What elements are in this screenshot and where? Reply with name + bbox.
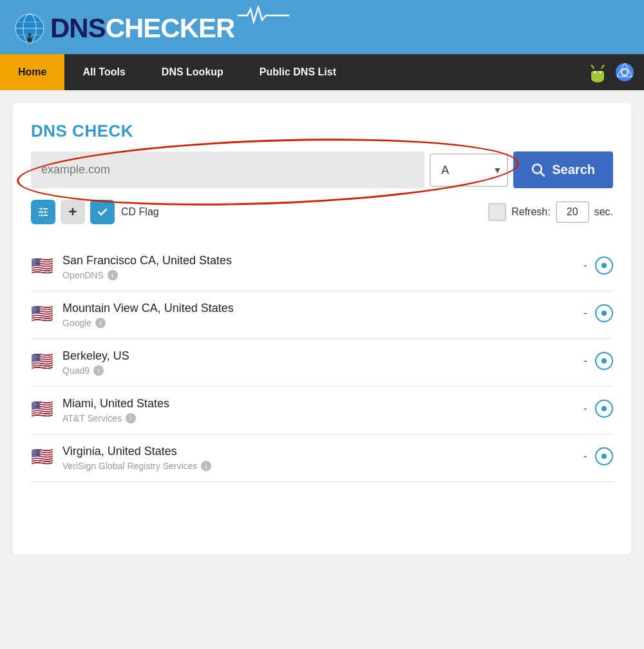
android-icon[interactable] [587,62,608,82]
dns-status-dot [601,406,607,411]
dns-location: Miami, United States [62,397,583,411]
svg-line-19 [540,172,544,176]
search-button[interactable]: Search [513,151,613,188]
refresh-label: Refresh: [511,206,550,218]
dns-results-list: 🇺🇸 San Francisco CA, United States OpenD… [31,244,613,482]
svg-point-13 [591,65,593,67]
svg-point-10 [600,72,601,73]
heartbeat-icon [238,6,289,25]
toolbar-row: + CD Flag Refresh: 20 sec. [31,200,613,231]
header: DNS CHECKER [0,0,644,54]
nav-icons [578,54,644,90]
refresh-checkbox[interactable] [488,203,506,221]
dns-provider: VeriSign Global Registry Services [62,461,197,471]
dns-dash: - [583,450,587,463]
nav-item-dns-lookup[interactable]: DNS Lookup [144,54,242,90]
section-title: DNS CHECK [31,121,613,141]
dns-location: Mountain View CA, United States [62,302,583,315]
dns-location: Virginia, United States [62,445,583,458]
dns-provider: AT&T Services [62,413,122,423]
dns-status-icon[interactable] [595,257,613,275]
logo-text: DNS CHECKER [50,15,234,42]
dns-dash: - [583,354,587,368]
search-icon [531,163,545,177]
dns-row: 🇺🇸 Miami, United States AT&T Services i … [31,387,613,434]
dns-status-dot [601,311,607,316]
info-icon[interactable]: i [201,461,211,471]
record-type-wrapper: A AAAA MX NS TXT CNAME SOA PTR ▼ [430,151,508,188]
check-icon [97,206,108,218]
dns-status-icon[interactable] [595,304,613,322]
dns-dash: - [583,307,587,320]
record-type-select[interactable]: A AAAA MX NS TXT CNAME SOA PTR [430,153,508,187]
dns-location: Berkeley, US [62,349,583,363]
refresh-sec-label: sec. [594,206,613,218]
dns-info-virginia: Virginia, United States VeriSign Global … [62,445,583,471]
dns-row: 🇺🇸 Virginia, United States VeriSign Glob… [31,434,613,482]
flag-mountain-view: 🇺🇸 [31,303,53,324]
nav-item-public-dns-list[interactable]: Public DNS List [242,54,354,90]
svg-point-24 [44,211,47,214]
chrome-icon[interactable] [614,62,635,82]
nav-item-all-tools[interactable]: All Tools [64,54,143,90]
dns-provider-row: Google i [62,318,583,328]
sliders-icon [37,206,50,218]
info-icon[interactable]: i [93,365,104,376]
dns-row: 🇺🇸 Mountain View CA, United States Googl… [31,291,613,339]
flag-berkeley: 🇺🇸 [31,351,53,372]
refresh-input[interactable]: 20 [556,201,589,223]
dns-dash: - [583,259,587,273]
dns-provider: Quad9 [62,365,90,376]
svg-point-23 [40,208,43,211]
search-area: A AAAA MX NS TXT CNAME SOA PTR ▼ Search [31,151,613,188]
dns-info-miami: Miami, United States AT&T Services i [62,397,583,423]
dns-status-dot [601,454,607,459]
dns-dash: - [583,402,587,416]
flag-san-francisco: 🇺🇸 [31,255,53,276]
info-icon[interactable]: i [95,318,106,328]
dns-provider-row: OpenDNS i [62,270,583,280]
dns-status-dot [601,263,607,268]
dns-status-icon[interactable] [595,400,613,418]
globe-icon [13,12,46,45]
info-icon[interactable]: i [108,270,118,280]
dns-row: 🇺🇸 Berkeley, US Quad9 i - [31,339,613,387]
add-button[interactable]: + [61,200,85,224]
dns-status-dot [601,358,607,363]
flag-miami: 🇺🇸 [31,398,53,420]
svg-point-6 [27,37,32,43]
dns-status-icon[interactable] [595,352,613,370]
info-icon[interactable]: i [126,413,136,423]
settings-button[interactable] [31,200,55,224]
svg-point-17 [622,70,627,75]
cd-flag-label: CD Flag [121,206,159,218]
logo: DNS CHECKER [13,12,234,45]
nav-item-home[interactable]: Home [0,54,64,90]
dns-provider-row: VeriSign Global Registry Services i [62,461,583,471]
svg-point-9 [594,72,596,73]
dns-provider-row: AT&T Services i [62,413,583,423]
check-button[interactable] [90,200,115,224]
dns-row: 🇺🇸 San Francisco CA, United States OpenD… [31,244,613,291]
svg-point-25 [41,214,44,217]
search-input[interactable] [31,151,424,188]
svg-rect-8 [591,71,604,79]
dns-provider: OpenDNS [62,270,104,280]
dns-provider: Google [62,318,91,328]
dns-status-icon[interactable] [595,447,613,465]
dns-info-mountain-view: Mountain View CA, United States Google i [62,302,583,328]
dns-info-san-francisco: San Francisco CA, United States OpenDNS … [62,254,583,280]
dns-info-berkeley: Berkeley, US Quad9 i [62,349,583,376]
navigation: Home All Tools DNS Lookup Public DNS Lis… [0,54,644,90]
svg-point-14 [603,65,605,67]
flag-virginia: 🇺🇸 [31,446,53,467]
dns-provider-row: Quad9 i [62,365,583,376]
main-content: DNS CHECK A AAAA MX NS TXT CNAME SOA PTR… [13,103,631,554]
dns-location: San Francisco CA, United States [62,254,583,267]
